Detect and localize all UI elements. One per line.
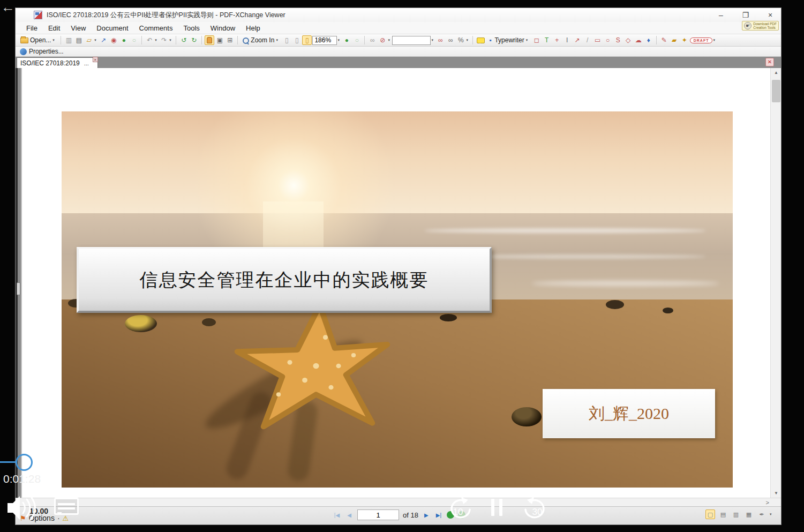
save-icon[interactable]: ▥ [64, 35, 73, 45]
search-again-icon[interactable]: ○ [129, 35, 139, 45]
highlight-tool-icon[interactable]: ▰ [670, 35, 679, 45]
document-tab[interactable]: ISO/IEC 27018:2019 ... ✕ [17, 57, 98, 68]
chevron-down-icon[interactable]: ▾ [713, 38, 717, 42]
no-loupe-icon[interactable]: ⊘ [378, 35, 387, 45]
last-page-button[interactable]: ▶| [434, 512, 443, 518]
pdf-xchange-tool-icon[interactable]: ◉ [109, 35, 118, 45]
forward-30-button[interactable]: 30 [523, 496, 552, 522]
crosshair-tool-icon[interactable]: + [552, 35, 562, 45]
rectangle-tool-icon[interactable]: ▭ [593, 35, 603, 45]
opacity-icon[interactable]: % [456, 35, 465, 45]
menu-window[interactable]: Window [205, 23, 241, 33]
cloud-tool-icon[interactable]: ☁ [634, 35, 643, 45]
previous-view-icon[interactable]: ● [342, 35, 351, 45]
textbox-tool-icon[interactable]: T [542, 35, 552, 45]
arrow-tool-icon[interactable]: ↗ [573, 35, 582, 45]
send-mail-icon[interactable]: ↗ [99, 35, 108, 45]
seek-bar[interactable] [0, 461, 16, 463]
continuous-view-button[interactable]: ▤ [718, 509, 728, 519]
print-icon[interactable]: ▤ [74, 35, 84, 45]
text-select-icon[interactable]: I [562, 35, 572, 45]
typewriter-button[interactable]: ▪ Typewriter ▾ [486, 35, 531, 46]
first-page-button[interactable]: |◀ [333, 512, 341, 518]
search-icon[interactable]: ● [119, 35, 129, 45]
download-pdf-tools-button[interactable]: ☛ Download PDF Creation Tools [742, 21, 779, 31]
redo-icon[interactable]: ↷ [159, 35, 169, 45]
vertical-scroll-thumb[interactable] [772, 80, 780, 102]
page-number-input[interactable] [357, 509, 399, 520]
stamp-tool-icon[interactable]: ✦ [680, 35, 689, 45]
menu-document[interactable]: Document [91, 23, 133, 33]
snapshot-icon[interactable]: ▣ [215, 35, 224, 45]
zoom-out-page-icon[interactable]: ▯ [282, 35, 291, 45]
navigation-pane-splitter[interactable] [16, 68, 22, 498]
zoom-level-input[interactable] [312, 36, 337, 45]
chevron-down-icon[interactable]: ▾ [94, 38, 98, 42]
oval-tool-icon[interactable]: ○ [603, 35, 613, 45]
fit-page-icon[interactable]: ▯ [292, 35, 302, 45]
chevron-down-icon[interactable]: ▾ [431, 38, 435, 42]
chevron-down-icon[interactable]: ▾ [155, 38, 159, 42]
rotate-left-icon[interactable]: ↺ [179, 35, 189, 45]
captions-icon[interactable] [54, 498, 79, 515]
export-icon[interactable]: ▱ [84, 35, 94, 45]
rotate-right-icon[interactable]: ↻ [189, 35, 199, 45]
menu-tools[interactable]: Tools [178, 23, 205, 33]
brush-icon[interactable]: ✒ [757, 509, 767, 519]
menu-file[interactable]: File [21, 23, 43, 33]
vertical-scrollbar[interactable]: ▲ ▼ [770, 68, 781, 498]
open-button[interactable]: Open... ▾ [19, 36, 58, 44]
draft-stamp-badge[interactable]: DRAFT [690, 38, 713, 43]
chevron-down-icon[interactable]: ▾ [770, 512, 773, 516]
next-view-icon[interactable]: ○ [352, 35, 362, 45]
menu-help[interactable]: Help [241, 23, 266, 33]
splitter-handle[interactable] [17, 282, 20, 295]
chevron-down-icon[interactable]: ▾ [276, 38, 280, 42]
pin-tool-icon[interactable]: ♦ [644, 35, 653, 45]
find-input[interactable] [392, 36, 431, 45]
minimize-button[interactable]: – [716, 11, 726, 19]
zoom-marquee-icon[interactable]: ⊞ [225, 35, 235, 45]
facing-view-button[interactable]: ▥ [731, 509, 741, 519]
chevron-down-icon[interactable]: ▾ [526, 38, 530, 42]
pdf-page[interactable]: 信息安全管理在企业中的实践概要 刘_辉_2020 [22, 68, 770, 498]
line-tool-icon[interactable]: / [583, 35, 592, 45]
properties-button[interactable]: Properties... [29, 48, 64, 55]
menu-comments[interactable]: Comments [134, 23, 178, 33]
find-next-icon[interactable]: ∞ [446, 35, 455, 45]
comment-bubble-icon[interactable] [476, 35, 485, 45]
fit-width-icon[interactable]: ▯ [302, 35, 312, 45]
restore-button[interactable]: ❐ [740, 11, 751, 19]
scroll-up-icon[interactable]: ▲ [771, 68, 781, 77]
undo-icon[interactable]: ↶ [145, 35, 154, 45]
next-page-button[interactable]: ▶ [422, 512, 431, 518]
zoom-in-button[interactable]: Zoom In ▾ [241, 36, 281, 44]
continuous-facing-view-button[interactable]: ▦ [744, 509, 754, 519]
tab-close-icon[interactable]: ✕ [93, 57, 98, 62]
scroll-down-icon[interactable]: ▼ [771, 489, 781, 498]
hand-tool-button[interactable] [205, 35, 214, 45]
chevron-down-icon[interactable]: ▾ [466, 38, 470, 42]
chevron-down-icon[interactable]: ▾ [169, 38, 173, 42]
chevron-down-icon[interactable]: ▾ [388, 38, 392, 42]
single-page-view-button[interactable]: ▢ [705, 509, 715, 519]
previous-page-button[interactable]: ◀ [345, 512, 354, 518]
titlebar[interactable]: ISO/IEC 27018:2019 公有云中PII处理者保护PII实践导则 -… [16, 8, 781, 22]
document-close-button[interactable]: ✕ [765, 58, 774, 66]
horizontal-scrollbar[interactable]: > [16, 498, 781, 506]
menu-edit[interactable]: Edit [43, 23, 65, 33]
back-arrow-icon[interactable]: ← [1, 0, 15, 16]
chevron-down-icon[interactable]: ▾ [52, 38, 56, 42]
polyline-tool-icon[interactable]: S [613, 35, 623, 45]
pencil-tool-icon[interactable]: ✎ [659, 35, 669, 45]
close-button[interactable]: × [765, 11, 776, 19]
menu-view[interactable]: View [65, 23, 91, 33]
volume-icon[interactable] [6, 494, 36, 522]
callout-tool-icon[interactable]: ◻ [532, 35, 542, 45]
seek-handle[interactable] [16, 454, 33, 471]
chevron-down-icon[interactable]: ▾ [337, 38, 341, 42]
polygon-tool-icon[interactable]: ◇ [623, 35, 633, 45]
scroll-right-icon[interactable]: > [766, 498, 769, 507]
pause-button[interactable] [491, 499, 502, 516]
loupe-tool-icon[interactable]: ∞ [367, 35, 377, 45]
